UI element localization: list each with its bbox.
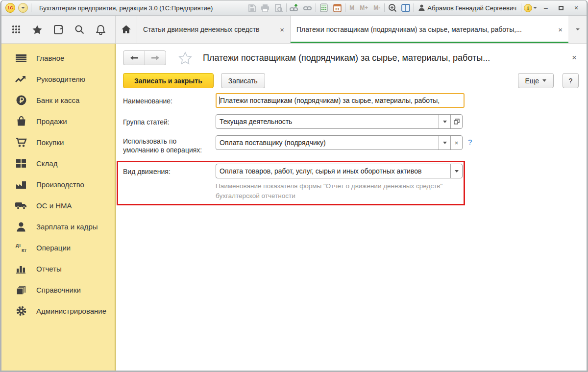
group-dropdown-button[interactable] [439,115,450,128]
back-button[interactable] [123,51,145,65]
chevron-down-icon [443,121,447,123]
add-to-favorites-button[interactable] [178,51,192,65]
sidebar-item-salary-hr[interactable]: Зарплата и кадры [1,216,115,237]
all-functions-button[interactable] [10,23,23,36]
movement-value: Оплата товаров, работ, услуг, сырья и ин… [216,164,450,178]
star-outline-icon [178,51,192,65]
forward-button[interactable] [145,51,166,65]
name-input[interactable]: Платежи поставщикам (подрядчикам) за сыр… [216,93,465,108]
close-window-button[interactable]: × [570,3,583,13]
sidebar-item-label: Продажи [36,117,67,125]
active-tab-underline [291,42,568,43]
go-link-button[interactable] [302,2,313,13]
sidebar-item-bank-cash[interactable]: Банк и касса [1,90,115,111]
sidebar-item-warehouse[interactable]: Склад [1,153,115,174]
favorites-button[interactable] [31,23,44,36]
split-window-icon [401,4,410,12]
memory-m-plus-button[interactable]: M+ [358,4,369,11]
current-user[interactable]: Абрамов Геннадий Сергеевич [416,4,518,12]
info-menu-button[interactable]: i [524,4,537,12]
sidebar-item-reports[interactable]: Отчеты [1,258,115,279]
chevron-down-icon [533,7,537,9]
sidebar-item-directories[interactable]: Справочники [1,279,115,300]
minimize-button[interactable]: – [539,3,552,13]
tab-close-icon[interactable]: × [280,26,284,33]
save-and-close-button[interactable]: Записать и закрыть [123,73,214,88]
tab-list-button[interactable] [568,16,587,43]
default-ops-dropdown-button[interactable] [439,136,450,149]
name-value: Платежи поставщикам (подрядчикам) за сыр… [220,97,440,104]
app-logo-1c[interactable]: 1С [5,3,15,13]
sidebar-item-label: Отчеты [36,265,62,273]
window-title: Бухгалтерия предприятия, редакция 3.0 (1… [39,4,213,12]
system-menu-button[interactable] [18,3,28,13]
sidebar-item-label: Склад [36,159,57,168]
tab-close-icon[interactable]: × [558,26,563,33]
person-icon [15,222,27,232]
sidebar-item-production[interactable]: Производство [1,174,115,195]
info-icon: i [524,4,532,12]
home-button[interactable] [116,16,137,43]
sidebar-item-label: Администрирование [36,307,106,315]
calculator-button[interactable] [318,2,329,13]
get-link-button[interactable] [289,2,300,13]
memory-m-button[interactable]: M [348,4,356,11]
more-button[interactable]: Еще [518,73,554,88]
movement-dropdown-button[interactable] [450,164,462,178]
group-open-button[interactable] [450,115,462,128]
print-button[interactable] [260,2,270,13]
dtkt-icon: ДтКт [15,243,27,253]
form-header: Платежи поставщикам (подрядчикам) за сыр… [123,50,579,65]
default-ops-help-link[interactable]: ? [468,135,472,154]
default-ops-value: Оплата поставщику (подрядчику) [216,136,439,149]
default-ops-select[interactable]: Оплата поставщику (подрядчику) × [216,135,463,150]
save-button[interactable] [246,2,257,13]
form-close-button[interactable]: × [570,52,579,64]
tab-cash-flow-items[interactable]: Статьи движения денежных средств × [137,16,291,43]
help-button[interactable]: ? [563,73,579,88]
tab-supplier-payments[interactable]: Платежи поставщикам (подрядчикам) за сыр… [291,16,568,43]
movement-label: Вид движения: [123,164,216,178]
tab-label: Статьи движения денежных средств [143,25,275,33]
sidebar-item-fixed-assets[interactable]: ОС и НМА [1,195,115,216]
movement-highlight-box: Вид движения: Оплата товаров, работ, усл… [117,161,465,205]
group-field-row: Группа статей: Текущая деятельность [123,114,579,129]
sidebar-item-sales[interactable]: Продажи [1,111,115,132]
search-button[interactable] [73,23,86,36]
search-icon [74,25,84,34]
default-ops-field-row: Использовать по умолчанию в операциях: О… [123,135,579,154]
ruble-icon [15,95,27,105]
group-select[interactable]: Текущая деятельность [216,114,463,129]
movement-select[interactable]: Оплата товаров, работ, услуг, сырья и ин… [216,164,463,178]
history-icon [53,25,63,35]
notifications-button[interactable] [94,23,107,36]
books-icon [15,285,27,295]
divider [316,3,316,12]
arrow-left-icon [130,55,138,61]
go-link-icon [303,4,313,12]
chevron-down-icon [576,28,580,30]
movement-field-row: Вид движения: Оплата товаров, работ, усл… [123,164,463,178]
default-ops-clear-button[interactable]: × [450,136,462,149]
history-button[interactable] [52,23,65,36]
sidebar-item-operations[interactable]: ДтКт Операции [1,237,115,258]
factory-icon [15,180,27,189]
memory-m-minus-button[interactable]: M- [372,4,382,11]
chevron-down-icon [21,7,25,9]
title-bar: 1С Бухгалтерия предприятия, редакция 3.0… [1,0,587,16]
nav-buttons [123,50,166,65]
split-window-button[interactable] [400,2,411,13]
sidebar-item-manager[interactable]: Руководителю [1,69,115,90]
save-button[interactable]: Записать [221,73,265,88]
menu-icon [15,54,27,62]
zoom-button[interactable] [387,2,398,13]
preview-button[interactable] [273,2,284,13]
sidebar-item-administration[interactable]: Администрирование [1,300,115,322]
sidebar-item-main[interactable]: Главное [1,48,115,69]
group-label: Группа статей: [123,114,216,129]
divider [414,3,414,12]
calendar-button[interactable]: 31 [332,2,343,13]
sidebar-item-purchases[interactable]: Покупки [1,132,115,153]
chart-icon [15,265,27,273]
maximize-button[interactable] [555,3,567,13]
